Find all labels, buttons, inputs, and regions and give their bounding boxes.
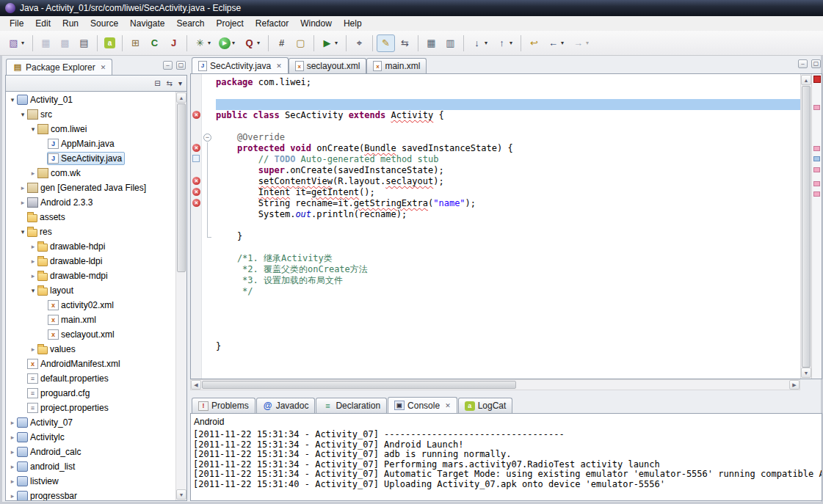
tree-item-src[interactable]: ▾src: [6, 107, 175, 122]
menu-help[interactable]: Help: [338, 17, 368, 30]
tree-item-values[interactable]: ▸values: [6, 342, 175, 357]
tree-item-com-wk[interactable]: ▸com.wk: [6, 166, 175, 180]
dropdown-caret-icon[interactable]: ▾: [20, 40, 26, 46]
title-bar[interactable]: Java - Activity_01/src/com/liwei/SecActi…: [0, 0, 823, 16]
tree-expand-icon[interactable]: ▸: [29, 346, 37, 353]
minimize-view-icon[interactable]: –: [163, 61, 173, 70]
tree-expand-icon[interactable]: ▸: [9, 448, 16, 456]
blue-ruler-marker[interactable]: [813, 156, 820, 161]
tree-collapse-icon[interactable]: ▾: [19, 111, 26, 118]
view-menu-button[interactable]: ▾: [178, 79, 182, 87]
column-layout-button[interactable]: ▥: [441, 34, 460, 52]
menu-edit[interactable]: Edit: [29, 17, 57, 30]
editor-scrollbar[interactable]: ▲ ▼: [800, 74, 811, 379]
pink-ruler-marker[interactable]: [813, 167, 820, 172]
tree-item-drawable-hdpi[interactable]: ▸drawable-hdpi: [6, 239, 175, 254]
tree-item-listview[interactable]: ▸listview: [6, 474, 175, 489]
save-all-button[interactable]: ▩: [56, 34, 74, 52]
tree-item-proguard-cfg[interactable]: ≡proguard.cfg: [6, 386, 175, 401]
tree-item-progressbar[interactable]: ▸progressbar: [6, 489, 175, 500]
tab-problems[interactable]: !Problems: [192, 398, 255, 413]
tree-item-activity-01[interactable]: ▾Activity_01: [6, 92, 175, 107]
tree-item-android-2-3-3[interactable]: ▸Android 2.3.3: [6, 195, 175, 210]
tree-collapse-icon[interactable]: ▾: [19, 228, 26, 235]
previous-annotation-button[interactable]: ↑▾: [493, 34, 517, 52]
console-output[interactable]: [2011-11-22 15:31:34 - Activity_07] ----…: [193, 430, 822, 489]
editor-hscrollbar-thumb[interactable]: [202, 381, 516, 389]
menu-project[interactable]: Project: [210, 17, 249, 30]
new-java-package-button[interactable]: ⊞: [126, 34, 145, 52]
error-marker-icon[interactable]: ✕: [192, 111, 200, 119]
forward-button[interactable]: →▾: [569, 34, 593, 52]
new-java-class-button[interactable]: C: [145, 34, 164, 52]
tree-item-activitylc[interactable]: ▸Activitylc: [6, 430, 175, 445]
error-marker-icon[interactable]: ✕: [192, 177, 200, 185]
tree-collapse-icon[interactable]: ▾: [9, 96, 16, 103]
tree-item-androidmanifest-xml[interactable]: xAndroidManifest.xml: [6, 357, 175, 371]
tree-item-secactivity-java[interactable]: JSecActivity.java: [6, 151, 175, 166]
link-with-editor-button[interactable]: ⇆: [396, 34, 414, 52]
error-marker-icon[interactable]: ✕: [192, 188, 200, 196]
error-overview-icon[interactable]: [813, 76, 821, 83]
save-button[interactable]: ▦: [37, 34, 55, 52]
pink-ruler-marker[interactable]: [813, 181, 820, 186]
close-view-icon[interactable]: ✕: [101, 64, 106, 71]
tree-item-project-properties[interactable]: ≡project.properties: [6, 401, 175, 415]
tree-item-android-list[interactable]: ▸android_list: [6, 459, 175, 474]
back-button[interactable]: ←▾: [544, 34, 568, 52]
editor-tab-secactivity.java[interactable]: JSecActivity.java✕: [192, 57, 289, 73]
maximize-view-icon[interactable]: ▢: [176, 61, 186, 70]
tree-expand-icon[interactable]: ▸: [29, 272, 37, 280]
coverage-button[interactable]: Q▾: [240, 34, 264, 52]
tree-item-layout[interactable]: ▾layout: [6, 283, 175, 298]
quickfix-marker-icon[interactable]: [192, 155, 200, 162]
pink-ruler-marker[interactable]: [813, 191, 820, 197]
editor-tab-main.xml[interactable]: xmain.xml: [366, 58, 427, 73]
dropdown-caret-icon[interactable]: ▾: [333, 40, 339, 46]
debug-button[interactable]: ✳▾: [191, 34, 215, 52]
run-button[interactable]: ▶▾: [216, 34, 239, 52]
tree-item-android-calc[interactable]: ▸Android_calc: [6, 445, 175, 459]
tree-expand-icon[interactable]: ▸: [9, 434, 16, 441]
tree-item-main-xml[interactable]: xmain.xml: [6, 313, 175, 327]
next-annotation-button[interactable]: ↓▾: [468, 34, 492, 52]
menu-window[interactable]: Window: [294, 17, 338, 30]
dropdown-caret-icon[interactable]: ▾: [559, 40, 565, 46]
new-package-button[interactable]: #: [272, 34, 291, 52]
dropdown-caret-icon[interactable]: ▾: [255, 40, 261, 46]
junit-button[interactable]: J: [164, 34, 183, 52]
scroll-right-icon[interactable]: ▶: [789, 380, 800, 390]
menu-source[interactable]: Source: [84, 17, 124, 30]
maximize-editor-icon[interactable]: ▢: [811, 59, 821, 68]
scroll-left-icon[interactable]: ◀: [191, 380, 201, 390]
tree-expand-icon[interactable]: ▸: [29, 243, 37, 250]
tree-expand-icon[interactable]: ▸: [9, 478, 16, 485]
editor-hscrollbar[interactable]: ◀ ▶: [190, 379, 800, 390]
tab-javadoc[interactable]: @Javadoc: [256, 398, 316, 413]
link-with-editor-button[interactable]: ⇆: [167, 79, 173, 87]
scroll-up-icon[interactable]: ▲: [176, 92, 186, 103]
table-view-button[interactable]: ▦: [422, 34, 440, 52]
tab-console[interactable]: ▣Console✕: [388, 397, 457, 413]
dropdown-caret-icon[interactable]: ▾: [584, 40, 590, 46]
tab-close-icon[interactable]: ✕: [445, 402, 451, 409]
scroll-down-icon[interactable]: ▼: [801, 368, 811, 378]
tab-declaration[interactable]: ≡Declaration: [316, 398, 387, 413]
error-marker-icon[interactable]: ✕: [192, 144, 200, 152]
pink-ruler-marker[interactable]: [813, 146, 820, 151]
tree-item-activity-07[interactable]: ▸Activity_07: [6, 415, 175, 430]
tree-scrollbar[interactable]: ▲ ▼: [175, 92, 186, 500]
last-edit-location-button[interactable]: ↩: [525, 34, 543, 52]
scroll-down-icon[interactable]: ▼: [176, 489, 186, 500]
menu-refactor[interactable]: Refactor: [250, 17, 294, 30]
menu-search[interactable]: Search: [170, 17, 210, 30]
tree-item-drawable-ldpi[interactable]: ▸drawable-ldpi: [6, 254, 175, 269]
mark-occurrences-button[interactable]: ✎: [377, 34, 395, 52]
minimize-editor-icon[interactable]: –: [798, 59, 808, 68]
tree-item-gen-generated-java-files-[interactable]: ▸gen [Generated Java Files]: [6, 180, 175, 195]
dropdown-caret-icon[interactable]: ▾: [483, 40, 489, 46]
package-explorer-tab[interactable]: ▤ Package Explorer ✕: [6, 59, 112, 75]
tree-item-res[interactable]: ▾res: [6, 224, 175, 239]
search-button[interactable]: ⌖: [350, 34, 369, 52]
error-marker-icon[interactable]: ✕: [192, 199, 200, 207]
